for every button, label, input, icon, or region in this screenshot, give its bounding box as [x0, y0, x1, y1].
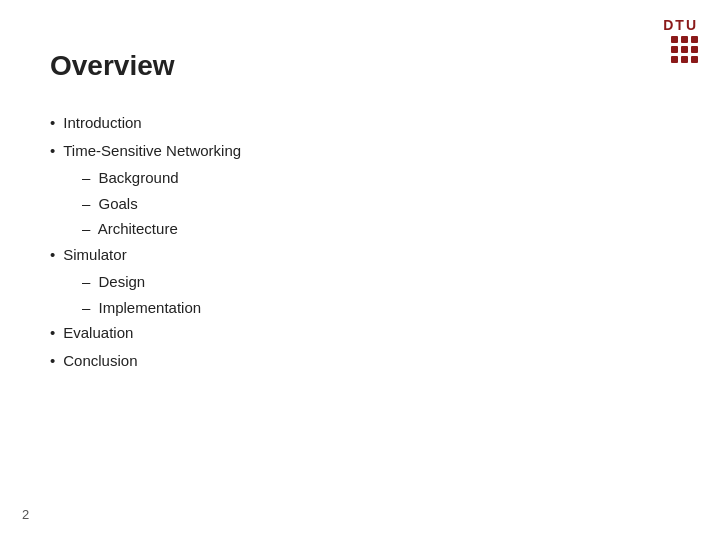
- bullet-label: Evaluation: [63, 320, 133, 346]
- dash-icon: –: [82, 195, 90, 212]
- slide-content: • Introduction • Time-Sensitive Networki…: [50, 110, 670, 373]
- slide: DTU Overview • Introduction: [0, 0, 720, 540]
- bullet-label: Introduction: [63, 110, 141, 136]
- list-item: • Simulator: [50, 242, 670, 268]
- bullet-icon: •: [50, 242, 55, 268]
- dash-icon: –: [82, 299, 90, 316]
- bullet-icon: •: [50, 320, 55, 346]
- sub-item: – Design: [50, 269, 670, 295]
- dtu-dot: [691, 56, 698, 63]
- dash-icon: –: [82, 273, 90, 290]
- page-number: 2: [22, 507, 29, 522]
- bullet-label: Simulator: [63, 242, 126, 268]
- list-item: • Introduction: [50, 110, 670, 136]
- list-item: • Time-Sensitive Networking: [50, 138, 670, 164]
- bullet-icon: •: [50, 138, 55, 164]
- sub-item: – Architecture: [50, 216, 670, 242]
- sub-item: – Implementation: [50, 295, 670, 321]
- bullet-icon: •: [50, 110, 55, 136]
- dash-icon: –: [82, 169, 90, 186]
- dtu-bars: [671, 36, 698, 63]
- bullet-label: Time-Sensitive Networking: [63, 138, 241, 164]
- dtu-logo: DTU: [663, 18, 698, 63]
- bullet-label: Conclusion: [63, 348, 137, 374]
- dtu-dot: [671, 46, 678, 53]
- sub-label: Architecture: [98, 220, 178, 237]
- dtu-bar-row-2: [671, 46, 698, 53]
- dtu-text: DTU: [663, 18, 698, 33]
- dtu-dot: [691, 36, 698, 43]
- dtu-dot: [691, 46, 698, 53]
- sub-label: Implementation: [99, 299, 202, 316]
- dtu-dot: [681, 36, 688, 43]
- dtu-dot: [681, 46, 688, 53]
- sub-label: Design: [99, 273, 146, 290]
- dtu-bar-row-1: [671, 36, 698, 43]
- sub-item: – Goals: [50, 191, 670, 217]
- dash-icon: –: [82, 220, 90, 237]
- sub-label: Background: [99, 169, 179, 186]
- sub-item: – Background: [50, 165, 670, 191]
- slide-title: Overview: [50, 50, 670, 82]
- list-item: • Evaluation: [50, 320, 670, 346]
- dtu-dot: [671, 36, 678, 43]
- bullet-icon: •: [50, 348, 55, 374]
- dtu-dot: [681, 56, 688, 63]
- dtu-dot: [671, 56, 678, 63]
- list-item: • Conclusion: [50, 348, 670, 374]
- sub-label: Goals: [99, 195, 138, 212]
- dtu-bar-row-3: [671, 56, 698, 63]
